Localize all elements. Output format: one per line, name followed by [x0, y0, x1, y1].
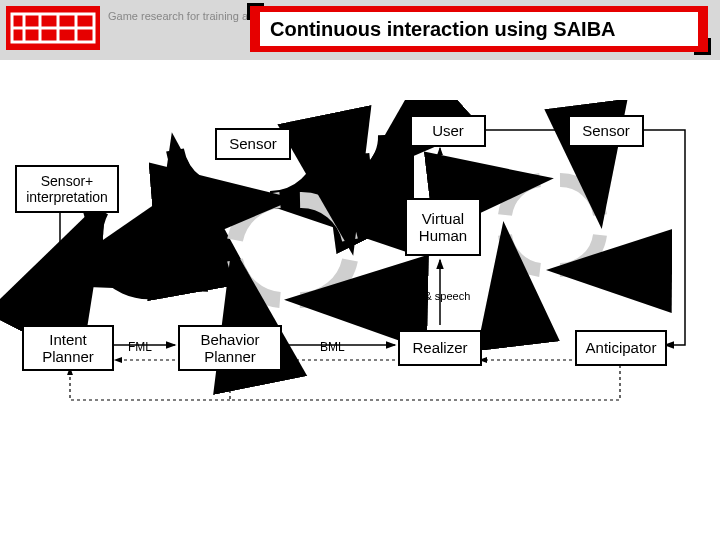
saiba-diagram: User Sensor Sensor Sensor+ interpretatio… — [0, 100, 720, 420]
label-fml: FML — [128, 340, 152, 354]
box-sensor-interpretation: Sensor+ interpretation — [15, 165, 119, 213]
box-sensor-mid: Sensor — [215, 128, 291, 160]
box-realizer: Realizer — [398, 330, 482, 366]
box-virtual-human: Virtual Human — [405, 198, 481, 256]
label-bml: BML — [320, 340, 345, 354]
box-intent-planner: Intent Planner — [22, 325, 114, 371]
slide-header: Game research for training and entertain… — [0, 0, 720, 60]
box-sensor-right: Sensor — [568, 115, 644, 147]
box-user: User — [410, 115, 486, 147]
title-banner: Continuous interaction using SAIBA — [250, 6, 708, 52]
gate-logo — [6, 6, 100, 50]
label-movement-speech: movement & speech — [370, 290, 470, 302]
page-title: Continuous interaction using SAIBA — [260, 12, 698, 46]
diagram-arrows — [0, 100, 720, 420]
box-behavior-planner: Behavior Planner — [178, 325, 282, 371]
box-anticipator: Anticipator — [575, 330, 667, 366]
